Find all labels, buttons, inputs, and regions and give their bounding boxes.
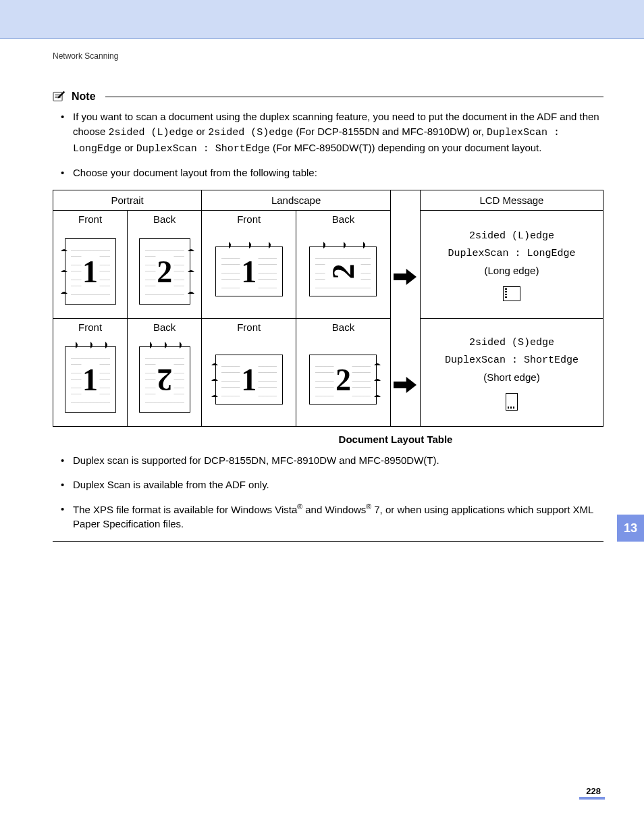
lcd-paren: (Long edge) (427, 262, 596, 280)
registered-mark: ® (297, 502, 302, 511)
page-number-bar (579, 797, 605, 800)
page-body: Network Scanning Note If you want to sca… (0, 39, 644, 542)
label-front: Front (202, 211, 296, 228)
lcd-paren: (Short edge) (427, 369, 596, 386)
page-illustration: 2 (139, 238, 190, 305)
text: or (194, 126, 209, 137)
mono-text: 2sided (L)edge (109, 127, 194, 138)
text: Duplex scan is supported for DCP-8155DN,… (73, 454, 439, 466)
chapter-tab: 13 (617, 515, 644, 542)
page-digit: 1 (81, 254, 99, 290)
bullet-item: Duplex scan is supported for DCP-8155DN,… (61, 453, 603, 468)
short-edge-binding-icon (506, 393, 518, 411)
page-illustration: 2 (309, 355, 377, 405)
page-number: 228 (586, 786, 601, 796)
page-digit: 2 (155, 362, 173, 398)
note-end-rule (53, 541, 603, 542)
page-illustration: 1 (65, 238, 116, 305)
landscape-back-cell: 2 (296, 228, 391, 319)
note-bullets: If you want to scan a document using the… (53, 109, 603, 180)
lcd-mono-1: 2sided (L)edge (427, 228, 596, 245)
right-arrow-icon (394, 269, 417, 285)
arrow-cell (390, 211, 420, 319)
bullet-item: Duplex Scan is available from the ADF on… (61, 477, 603, 492)
lcd-message-cell: 2sided (S)edge DuplexScan : ShortEdge (S… (420, 319, 603, 427)
after-table-bullets: Duplex scan is supported for DCP-8155DN,… (53, 453, 603, 531)
portrait-front-cell: 1 (53, 336, 128, 427)
landscape-front-cell: 1 (202, 228, 296, 319)
landscape-back-cell: 2 (296, 336, 391, 427)
label-front: Front (53, 319, 128, 336)
mono-text: DuplexScan : ShortEdge (136, 143, 270, 155)
th-arrow-spacer (390, 190, 420, 211)
lcd-mono-1: 2sided (S)edge (427, 334, 596, 352)
text: Duplex Scan is available from the ADF on… (73, 479, 269, 490)
landscape-front-cell: 1 (202, 336, 296, 427)
page-digit: 2 (325, 263, 361, 281)
bullet-item: Choose your document layout from the fol… (61, 165, 603, 180)
page-illustration: 1 (215, 355, 283, 405)
text: (For MFC-8950DW(T)) depending on your do… (270, 142, 542, 153)
label-front: Front (53, 211, 128, 228)
note-rule (105, 97, 603, 97)
label-front: Front (202, 319, 296, 336)
page-illustration: 2 (139, 346, 190, 413)
bullet-item: If you want to scan a document using the… (61, 109, 603, 156)
text: and Windows (302, 504, 366, 515)
note-pencil-icon (53, 90, 66, 103)
page-digit: 1 (240, 254, 258, 290)
lcd-mono-2: DuplexScan : ShortEdge (427, 352, 596, 369)
top-strip (0, 0, 644, 39)
label-back: Back (128, 211, 202, 228)
portrait-back-cell: 2 (128, 228, 202, 319)
page-digit: 2 (155, 254, 173, 290)
th-portrait: Portrait (53, 190, 202, 211)
table-caption: Document Layout Table (188, 434, 603, 445)
page-illustration: 2 (309, 246, 377, 296)
long-edge-binding-icon (503, 286, 520, 301)
lcd-message-cell: 2sided (L)edge DuplexScan : LongEdge (Lo… (420, 211, 603, 319)
note-block: Note If you want to scan a document usin… (53, 90, 603, 542)
note-title: Note (72, 90, 96, 103)
mono-text: 2sided (S)edge (208, 127, 293, 138)
registered-mark: ® (366, 502, 371, 511)
note-header: Note (53, 90, 603, 103)
portrait-front-cell: 1 (53, 228, 128, 319)
th-landscape: Landscape (202, 190, 391, 211)
svg-rect-0 (53, 92, 62, 101)
arrow-cell (390, 319, 420, 427)
text: or (122, 142, 136, 153)
bullet-item: The XPS file format is available for Win… (61, 502, 603, 532)
document-layout-table: Portrait Landscape LCD Message Front Bac… (53, 190, 603, 427)
label-back: Back (296, 211, 391, 228)
page-illustration: 1 (65, 346, 116, 413)
portrait-back-cell: 2 (128, 336, 202, 427)
section-header: Network Scanning (53, 51, 603, 61)
text: Choose your document layout from the fol… (73, 167, 317, 178)
page-digit: 1 (81, 362, 99, 398)
page-digit: 2 (334, 362, 352, 398)
label-back: Back (296, 319, 391, 336)
text: The XPS file format is available for Win… (73, 504, 297, 515)
page-illustration: 1 (215, 246, 283, 296)
page-digit: 1 (240, 362, 258, 398)
th-lcd: LCD Message (420, 190, 603, 211)
label-back: Back (128, 319, 202, 336)
text: (For DCP-8155DN and MFC-8910DW) or, (293, 126, 487, 137)
lcd-mono-2: DuplexScan : LongEdge (427, 245, 596, 263)
right-arrow-icon (394, 377, 417, 393)
